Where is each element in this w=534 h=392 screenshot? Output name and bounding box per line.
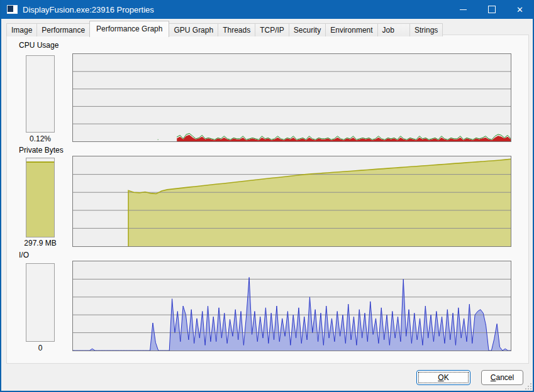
cancel-button[interactable]: Cancel: [481, 370, 523, 385]
maximize-icon: [488, 6, 496, 13]
io-gauge-value: 0: [13, 344, 67, 352]
private-bytes-gauge: [26, 158, 55, 237]
window-title: DisplayFusion.exe:23916 Properties: [23, 5, 154, 14]
io-graph: [72, 261, 511, 351]
tab-threads[interactable]: Threads: [218, 23, 255, 36]
tab-environment[interactable]: Environment: [325, 23, 377, 36]
cpu-usage-graph: [72, 53, 511, 142]
caption-buttons: ✕: [449, 0, 534, 19]
title-bar: DisplayFusion.exe:23916 Properties ✕: [0, 0, 534, 19]
private-bytes-gauge-value: 297.9 MB: [13, 239, 67, 248]
cpu-usage-label: CPU Usage: [19, 41, 58, 50]
tab-panel: CPU Usage 0.12% Private Bytes 297.9 MB I…: [6, 35, 529, 364]
tab-strings[interactable]: Strings: [409, 23, 443, 36]
ok-button[interactable]: OK: [416, 370, 470, 385]
tab-tcpip[interactable]: TCP/IP: [255, 23, 289, 36]
private-bytes-label: Private Bytes: [19, 146, 64, 155]
close-button[interactable]: ✕: [506, 0, 534, 19]
tab-gpu-graph[interactable]: GPU Graph: [169, 23, 218, 36]
minimize-icon: [460, 9, 467, 10]
tab-performance-graph[interactable]: Performance Graph: [89, 21, 169, 37]
maximize-button[interactable]: [477, 0, 506, 19]
tab-job[interactable]: Job: [377, 23, 410, 36]
cpu-gauge-value: 0.12%: [13, 134, 67, 143]
properties-window: DisplayFusion.exe:23916 Properties ✕ Ima…: [0, 0, 534, 392]
minimize-button[interactable]: [449, 0, 477, 19]
tab-performance[interactable]: Performance: [36, 23, 90, 36]
tab-bar: Image Performance Performance Graph GPU …: [6, 20, 442, 36]
tab-image[interactable]: Image: [6, 23, 37, 36]
resize-grip-icon[interactable]: [523, 381, 531, 389]
close-icon: ✕: [516, 6, 523, 14]
displayfusion-app-icon: [7, 5, 18, 14]
cpu-gauge: [26, 55, 55, 133]
private-bytes-graph: [72, 156, 511, 247]
io-label: I/O: [19, 251, 29, 259]
io-gauge: [26, 263, 55, 342]
tab-security[interactable]: Security: [289, 23, 326, 36]
